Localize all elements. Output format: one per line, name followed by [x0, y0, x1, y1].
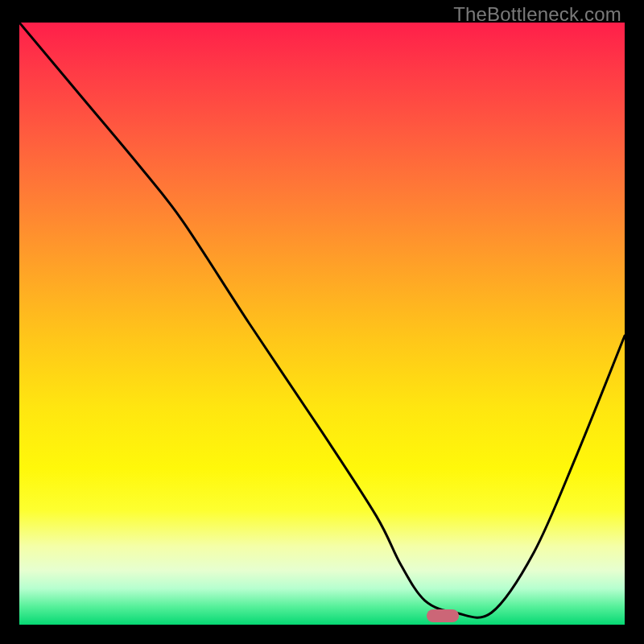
- optimal-marker: [427, 609, 459, 622]
- watermark-text: TheBottleneck.com: [453, 3, 621, 26]
- bottleneck-curve: [19, 23, 625, 625]
- chart-frame: [19, 23, 625, 625]
